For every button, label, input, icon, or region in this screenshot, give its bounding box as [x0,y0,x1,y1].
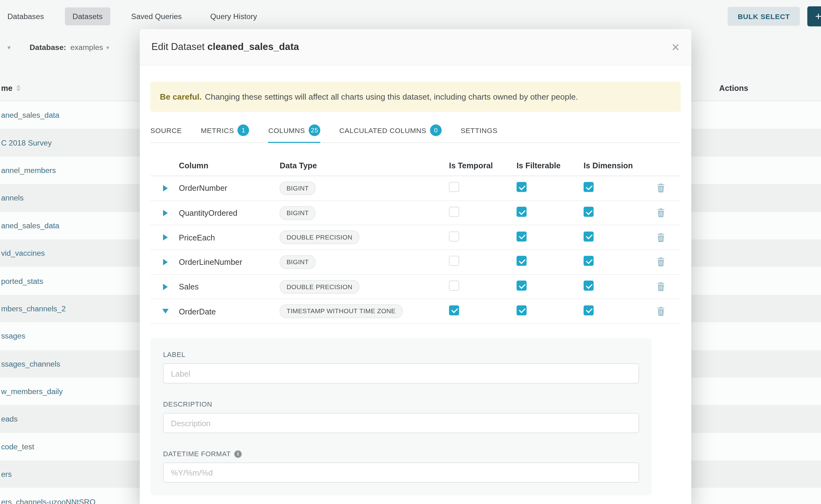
nav-tab-saved-queries[interactable]: Saved Queries [124,7,189,25]
is-filterable-checkbox[interactable] [517,281,527,291]
dataset-link[interactable]: code_test [1,442,34,451]
is-filterable-checkbox[interactable] [517,231,527,241]
expand-caret-icon[interactable] [163,210,168,216]
tab-label: SETTINGS [461,126,497,134]
tab-source[interactable]: SOURCE [150,121,182,141]
tab-count-badge: 0 [430,125,442,136]
dataset-link[interactable]: vid_vaccines [1,249,45,257]
is-dimension-checkbox[interactable] [584,231,594,241]
is-dimension-checkbox[interactable] [584,256,594,266]
datetime-format-field-label: DATETIME FORMAT i [163,450,639,458]
is-filterable-checkbox[interactable] [517,305,527,315]
description-input[interactable] [163,413,639,433]
add-dataset-button[interactable]: + [807,6,821,26]
dataset-link[interactable]: ported_stats [1,277,43,285]
tab-columns[interactable]: COLUMNS 25 [268,119,320,143]
is-filterable-checkbox[interactable] [517,207,527,217]
dataset-link[interactable]: annels [1,194,23,202]
is-dimension-checkbox[interactable] [584,182,594,192]
table-row: OrderDate TIMESTAMP WITHOUT TIME ZONE [150,299,680,324]
expand-caret-icon[interactable] [163,234,168,240]
column-name: QuantityOrdered [171,208,272,217]
datetime-format-input[interactable] [163,462,639,482]
column-header: Column [171,161,272,170]
columns-table-header: Column Data Type Is Temporal Is Filterab… [150,155,680,176]
dataset-link[interactable]: ers_channels-uzooNNtSRO [1,498,95,504]
is-temporal-header: Is Temporal [441,161,508,170]
dataset-link[interactable]: w_members_daily [1,387,62,396]
tab-calculated-columns[interactable]: CALCULATED COLUMNS 0 [339,119,442,143]
nav-tab-query-history[interactable]: Query History [203,7,264,25]
data-type-pill: BIGINT [279,181,315,195]
dataset-link[interactable]: ers [1,470,12,478]
nav-tab-databases[interactable]: Databases [0,7,51,25]
is-temporal-checkbox[interactable] [449,305,459,315]
tab-settings[interactable]: SETTINGS [461,121,497,141]
modal-title-prefix: Edit Dataset [151,41,205,52]
is-dimension-checkbox[interactable] [584,281,594,291]
page: Databases Datasets Saved Queries Query H… [0,0,821,504]
is-filterable-checkbox[interactable] [517,256,527,266]
is-temporal-checkbox[interactable] [449,256,459,266]
table-row: QuantityOrdered BIGINT [150,201,680,225]
modal-body: Be careful. Changing these settings will… [140,82,691,495]
is-temporal-checkbox[interactable] [449,281,459,291]
dataset-link[interactable]: ssages_channels [1,359,60,368]
data-type-pill: BIGINT [279,255,315,269]
expand-caret-icon[interactable] [163,185,168,191]
table-row: PriceEach DOUBLE PRECISION [150,225,680,250]
data-type-pill: DOUBLE PRECISION [279,280,359,294]
chevron-down-icon[interactable]: ▾ [7,44,11,51]
is-dimension-checkbox[interactable] [584,207,594,217]
modal-title-dataset-name: cleaned_sales_data [207,41,299,52]
datetime-format-label-text: DATETIME FORMAT [163,450,231,458]
expand-caret-icon[interactable] [163,284,168,290]
column-detail-panel: LABEL DESCRIPTION DATETIME FORMAT i [150,338,652,495]
is-temporal-checkbox[interactable] [449,182,459,192]
is-dimension-header: Is Dimension [575,161,652,170]
dataset-link[interactable]: mbers_channels_2 [1,304,66,313]
dataset-link[interactable]: C 2018 Survey [1,138,52,147]
dataset-link[interactable]: ssages [1,332,25,340]
is-temporal-checkbox[interactable] [449,231,459,241]
database-filter-value[interactable]: examples [70,43,103,52]
dataset-link[interactable]: eads [1,415,17,423]
collapse-caret-icon[interactable] [162,309,168,314]
description-field-group: DESCRIPTION [163,400,639,433]
tab-metrics[interactable]: METRICS 1 [201,119,249,143]
is-dimension-checkbox[interactable] [584,305,594,315]
table-row: OrderLineNumber BIGINT [150,250,680,275]
close-icon[interactable]: × [672,40,680,54]
trash-icon[interactable] [657,282,665,291]
expand-caret-icon[interactable] [163,259,168,265]
is-temporal-checkbox[interactable] [449,207,459,217]
datetime-format-field-group: DATETIME FORMAT i [163,450,639,483]
warning-banner: Be careful. Changing these settings will… [150,82,680,112]
dataset-link[interactable]: aned_sales_data [1,221,59,230]
bulk-select-button[interactable]: BULK SELECT [728,7,800,26]
dataset-link[interactable]: aned_sales_data [1,111,59,119]
name-header-label: me [1,83,12,92]
actions-column-header: Actions [719,83,748,92]
chevron-down-icon[interactable]: ▾ [106,44,109,51]
info-icon: i [234,450,242,458]
column-name: OrderNumber [171,184,272,193]
modal-header: Edit Dataset cleaned_sales_data × [140,29,691,66]
trash-icon[interactable] [657,307,665,316]
trash-icon[interactable] [657,208,665,217]
name-column-header[interactable]: me [0,83,20,92]
description-field-label: DESCRIPTION [163,400,639,408]
column-name: OrderLineNumber [171,258,272,267]
column-name: OrderDate [171,307,272,316]
is-filterable-checkbox[interactable] [517,182,527,192]
trash-icon[interactable] [657,233,665,242]
data-type-pill: TIMESTAMP WITHOUT TIME ZONE [279,304,402,318]
modal-tabs: SOURCE METRICS 1 COLUMNS 25 CALCULATED C… [150,119,680,143]
trash-icon[interactable] [657,258,665,267]
nav-tab-datasets[interactable]: Datasets [65,7,110,25]
sort-icon[interactable] [16,85,21,91]
label-input[interactable] [163,363,639,383]
columns-table: Column Data Type Is Temporal Is Filterab… [150,155,680,324]
dataset-link[interactable]: annel_members [1,166,56,175]
trash-icon[interactable] [657,184,665,193]
